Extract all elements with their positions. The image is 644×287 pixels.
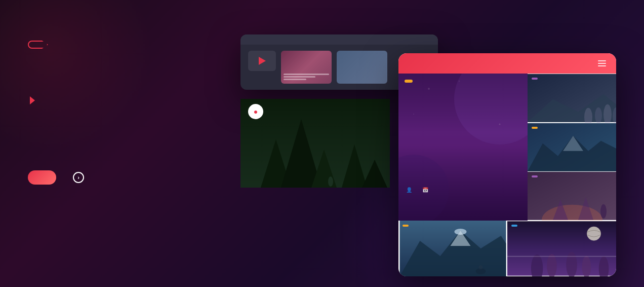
side-post-3-bg-svg (528, 171, 616, 221)
featured-headline (406, 197, 520, 208)
buy-button[interactable] (28, 170, 56, 185)
side-tag-lifestyle-1 (532, 78, 538, 80)
featured-post[interactable]: 👤 📅 (398, 74, 528, 221)
bottom-posts (398, 221, 616, 276)
cta-section: › (28, 170, 220, 185)
side-post-1-bg-svg (528, 74, 616, 123)
hamburger-line-3 (598, 65, 606, 66)
widget-header (240, 34, 438, 45)
hamburger-menu-icon[interactable] (598, 60, 606, 66)
tagline (28, 133, 220, 145)
play-triangle-icon (259, 57, 266, 65)
svg-point-32 (455, 229, 467, 235)
side-post-2-bg-svg (528, 123, 616, 172)
thumb-line-2 (284, 76, 315, 78)
trending-nav (570, 60, 606, 66)
svg-point-36 (587, 227, 600, 240)
thumb-inner (281, 51, 332, 84)
trending-header (398, 53, 616, 74)
svg-rect-42 (507, 256, 616, 257)
author-date: 👤 📅 (406, 187, 520, 193)
side-tag-travel-2 (532, 127, 538, 129)
hamburger-line-2 (598, 63, 606, 64)
bottom-tag-travel (402, 225, 409, 227)
svg-point-34 (479, 265, 483, 269)
svg-point-28 (600, 204, 607, 219)
side-posts (528, 74, 616, 221)
jet-logo (28, 96, 220, 123)
thumb-line-1 (284, 74, 329, 75)
bottom-tag-sport (511, 225, 517, 227)
croma-badge: ● (248, 104, 263, 119)
date-icon: 📅 (422, 187, 428, 193)
bottom-post-sport[interactable] (507, 221, 616, 276)
side-post-travel-2[interactable] (528, 123, 616, 172)
bottom-post-travel[interactable] (398, 221, 507, 276)
featured-travel-tag (405, 80, 413, 83)
svg-point-7 (328, 176, 333, 187)
author-icon: 👤 (406, 187, 412, 193)
jet-arrow-icon (30, 96, 35, 104)
bottom-post-travel-bg (398, 221, 507, 276)
playlist-thumbnail-1 (281, 51, 332, 84)
playlist-thumbnail-2 (337, 51, 387, 84)
trending-blogs-widget: 👤 📅 (398, 53, 616, 276)
go-arrow-icon: › (73, 172, 84, 183)
thumb-line-3 (284, 79, 306, 80)
bottom-post-sport-bg (507, 221, 616, 276)
left-section: › (28, 41, 220, 185)
playlist-left (248, 51, 276, 73)
hamburger-line-1 (598, 60, 606, 61)
widgets-badge (28, 41, 48, 49)
go-all-inclusive-link[interactable]: › (69, 172, 84, 183)
thumb-lines (284, 74, 329, 81)
featured-content: 👤 📅 (398, 180, 528, 221)
side-tag-lifestyle-3 (532, 175, 538, 177)
jet-logo-jet (28, 96, 35, 123)
side-post-lifestyle-3[interactable] (528, 171, 616, 221)
trending-body: 👤 📅 (398, 74, 616, 221)
play-button[interactable] (248, 51, 276, 71)
side-post-lifestyle-1[interactable] (528, 74, 616, 123)
